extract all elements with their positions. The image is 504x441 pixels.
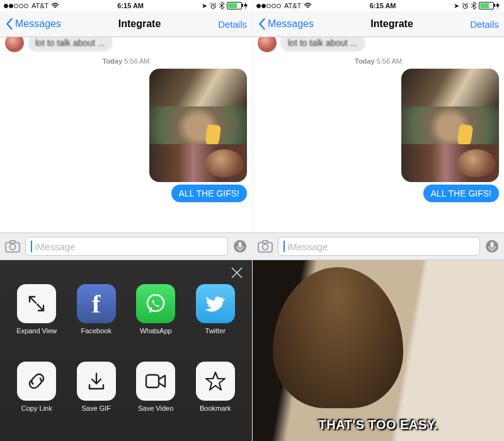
nav-bar: Messages Integrate Details	[0, 11, 252, 37]
camera-icon[interactable]	[5, 240, 20, 253]
svg-rect-11	[263, 241, 268, 243]
carrier-label: AT&T	[32, 2, 49, 9]
chevron-left-icon	[258, 18, 266, 30]
previous-message-text: lot to talk about ...	[28, 37, 113, 52]
star-icon	[196, 362, 235, 401]
video-icon	[136, 362, 175, 401]
conversation-view[interactable]: lot to talk about ... Today 5:56 AM ALL …	[253, 37, 504, 232]
sent-gif-attachment[interactable]	[401, 69, 499, 182]
wifi-icon	[304, 3, 312, 9]
gif-frame-1	[149, 69, 247, 106]
back-button[interactable]: Messages	[258, 18, 314, 30]
signal-dots-icon	[256, 2, 282, 9]
message-placeholder: iMessage	[35, 241, 75, 252]
sent-message-bubble[interactable]: ALL THE GIFS!	[423, 185, 499, 202]
previous-message: lot to talk about ...	[5, 37, 247, 52]
svg-rect-13	[491, 242, 494, 248]
sent-message-bubble[interactable]: ALL THE GIFS!	[171, 185, 247, 202]
message-input[interactable]: iMessage	[25, 237, 228, 256]
signal-dots-icon	[4, 2, 29, 9]
share-bookmark[interactable]: Bookmark	[196, 362, 235, 433]
share-facebook[interactable]: fFacebook	[77, 284, 116, 355]
avatar[interactable]	[5, 37, 24, 52]
share-twitter[interactable]: Twitter	[196, 284, 235, 355]
conversation-title[interactable]: Integrate	[314, 18, 470, 30]
previous-message: lot to talk about ...	[258, 37, 499, 52]
message-input-row: iMessage	[0, 232, 252, 260]
timestamp: Today 5:56 AM	[5, 57, 247, 65]
svg-rect-7	[146, 375, 159, 387]
share-copy-link[interactable]: Copy Link	[17, 362, 56, 433]
svg-point-10	[263, 244, 268, 250]
gif-frame-1	[401, 69, 499, 106]
nav-bar: Messages Integrate Details	[253, 11, 504, 37]
message-input-row: iMessage	[253, 232, 504, 260]
battery-icon	[227, 2, 248, 9]
gif-frame-3	[401, 144, 499, 182]
svg-point-2	[10, 244, 16, 250]
back-label: Messages	[15, 18, 61, 30]
clock: 6:15 AM	[312, 2, 454, 9]
alarm-icon	[462, 3, 469, 9]
svg-rect-3	[10, 241, 15, 243]
gif-frame-3	[149, 144, 247, 182]
status-bar: AT&T 6:15 AM ➤	[0, 0, 252, 11]
location-icon: ➤	[202, 2, 207, 10]
microphone-icon[interactable]	[233, 239, 247, 253]
alarm-icon	[210, 3, 217, 9]
conversation-title[interactable]: Integrate	[61, 18, 218, 30]
microphone-icon[interactable]	[485, 239, 499, 253]
gif-frame-2	[149, 106, 247, 144]
status-bar: AT&T 6:15 AM ➤	[253, 0, 504, 11]
location-icon: ➤	[454, 2, 459, 10]
previous-message-text: lot to talk about ...	[280, 37, 365, 52]
back-button[interactable]: Messages	[5, 18, 61, 30]
gif-caption: THAT'S TOO EASY.	[253, 418, 504, 432]
expand-icon	[17, 284, 56, 323]
clock: 6:15 AM	[59, 2, 202, 9]
wifi-icon	[51, 3, 59, 9]
chevron-left-icon	[5, 18, 14, 30]
carrier-label: AT&T	[284, 2, 301, 9]
avatar[interactable]	[258, 37, 277, 52]
back-label: Messages	[268, 18, 314, 30]
details-button[interactable]: Details	[218, 19, 247, 30]
share-sheet: Expand View fFacebook WhatsApp Twitter C…	[0, 260, 252, 441]
message-input[interactable]: iMessage	[278, 237, 480, 256]
share-whatsapp[interactable]: WhatsApp	[136, 284, 175, 355]
message-placeholder: iMessage	[287, 241, 328, 252]
whatsapp-icon	[136, 284, 175, 323]
facebook-icon: f	[77, 284, 116, 323]
twitter-icon	[196, 284, 235, 323]
phone-right: AT&T 6:15 AM ➤ Messages Integrate Detail…	[252, 0, 504, 441]
sent-gif-attachment[interactable]	[149, 69, 247, 182]
conversation-view[interactable]: lot to talk about ... Today 5:56 AM ALL …	[0, 37, 252, 232]
gif-frame-2	[401, 106, 499, 144]
share-expand-view[interactable]: Expand View	[16, 284, 57, 355]
bluetooth-icon	[471, 2, 476, 9]
gif-keyboard-preview[interactable]: THAT'S TOO EASY.	[253, 260, 504, 441]
camera-icon[interactable]	[258, 240, 273, 253]
svg-rect-5	[239, 242, 242, 248]
download-icon	[77, 362, 116, 401]
link-icon	[17, 362, 56, 401]
share-save-gif[interactable]: Save GIF	[77, 362, 116, 433]
gif-preview-image	[253, 260, 504, 441]
bluetooth-icon	[219, 2, 224, 9]
battery-icon	[479, 2, 500, 9]
share-save-video[interactable]: Save Video	[136, 362, 175, 433]
phone-left: AT&T 6:15 AM ➤ Messages Integrate Detail…	[0, 0, 252, 441]
timestamp: Today 5:56 AM	[258, 57, 499, 65]
details-button[interactable]: Details	[470, 19, 499, 30]
svg-point-6	[147, 295, 164, 311]
